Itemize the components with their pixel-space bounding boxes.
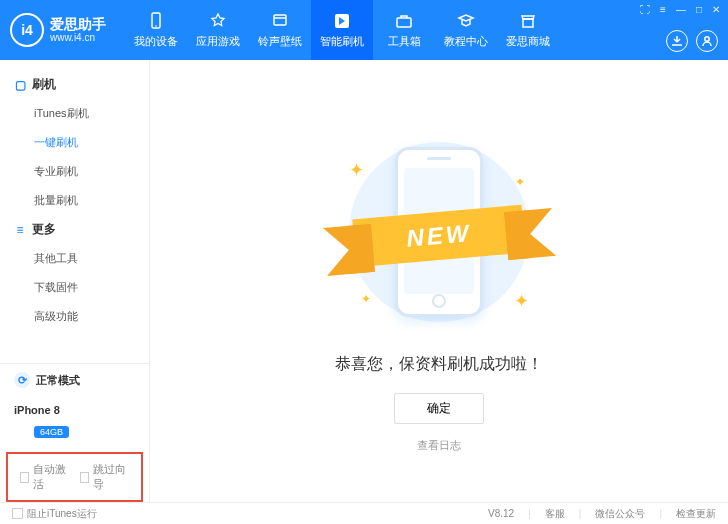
tab-device[interactable]: 我的设备 — [125, 0, 187, 60]
sync-icon: ⟳ — [14, 372, 30, 388]
star-icon: ✦ — [514, 290, 529, 312]
header-actions — [666, 30, 718, 52]
sidebar-item[interactable]: iTunes刷机 — [0, 99, 149, 128]
device-name: iPhone 8 — [14, 404, 60, 416]
sidebar-item[interactable]: 批量刷机 — [0, 186, 149, 215]
checkbox-label: 阻止iTunes运行 — [27, 507, 97, 521]
version-label: V8.12 — [488, 508, 514, 519]
group-title: 更多 — [32, 221, 56, 238]
device-storage-row: 64GB — [0, 424, 149, 448]
svg-rect-2 — [274, 15, 286, 25]
tab-flash[interactable]: 智能刷机 — [311, 0, 373, 60]
main-content: NEW ✦ ✦ ✦ ✦ 恭喜您，保资料刷机成功啦！ 确定 查看日志 — [150, 60, 728, 502]
sidebar-item[interactable]: 其他工具 — [0, 244, 149, 273]
success-illustration: NEW ✦ ✦ ✦ ✦ — [329, 129, 549, 334]
user-button[interactable] — [696, 30, 718, 52]
tab-label: 爱思商城 — [506, 34, 550, 49]
checkbox-icon — [80, 472, 89, 483]
sidebar: ▢刷机iTunes刷机一键刷机专业刷机批量刷机≡更多其他工具下载固件高级功能 ⟳… — [0, 60, 150, 502]
window-control[interactable]: — — [674, 4, 688, 15]
view-log-link[interactable]: 查看日志 — [417, 438, 461, 453]
checkbox-icon — [20, 472, 29, 483]
sidebar-item[interactable]: 一键刷机 — [0, 128, 149, 157]
checkbox-label: 跳过向导 — [93, 462, 129, 492]
update-link[interactable]: 检查更新 — [676, 507, 716, 521]
mode-label: 正常模式 — [36, 373, 80, 388]
ring-icon — [270, 11, 290, 31]
shop-icon — [518, 11, 538, 31]
sidebar-group-header[interactable]: ≡更多 — [0, 215, 149, 244]
checkbox-label: 自动激活 — [33, 462, 69, 492]
tab-label: 我的设备 — [134, 34, 178, 49]
mode-row[interactable]: ⟳ 正常模式 — [0, 364, 149, 396]
block-itunes-checkbox[interactable]: 阻止iTunes运行 — [12, 507, 97, 521]
star-icon: ✦ — [361, 292, 371, 306]
tab-label: 铃声壁纸 — [258, 34, 302, 49]
success-message: 恭喜您，保资料刷机成功啦！ — [335, 354, 543, 375]
apps-icon — [208, 11, 228, 31]
tab-label: 教程中心 — [444, 34, 488, 49]
footer-right: V8.12 | 客服 | 微信公众号 | 检查更新 — [488, 507, 716, 521]
logo-icon: i4 — [10, 13, 44, 47]
checkbox-icon — [12, 508, 23, 519]
skip-guide-checkbox[interactable]: 跳过向导 — [80, 462, 130, 492]
tab-tutorial[interactable]: 教程中心 — [435, 0, 497, 60]
device-row[interactable]: ▯ iPhone 8 — [0, 396, 149, 424]
svg-rect-5 — [523, 19, 533, 27]
flash-icon: ▢ — [14, 79, 26, 91]
tab-label: 工具箱 — [388, 34, 421, 49]
bottom-options-highlight: 自动激活 跳过向导 — [6, 452, 143, 502]
brand-name: 爱思助手 — [50, 16, 106, 33]
tutorial-icon — [456, 11, 476, 31]
tools-icon — [394, 11, 414, 31]
sidebar-group-header[interactable]: ▢刷机 — [0, 70, 149, 99]
tab-tools[interactable]: 工具箱 — [373, 0, 435, 60]
brand-url: www.i4.cn — [50, 32, 106, 44]
ok-button[interactable]: 确定 — [394, 393, 484, 424]
storage-badge: 64GB — [34, 426, 69, 438]
body: ▢刷机iTunes刷机一键刷机专业刷机批量刷机≡更多其他工具下载固件高级功能 ⟳… — [0, 60, 728, 502]
window-control[interactable]: ✕ — [710, 4, 722, 15]
sidebar-item[interactable]: 下载固件 — [0, 273, 149, 302]
download-button[interactable] — [666, 30, 688, 52]
tab-apps[interactable]: 应用游戏 — [187, 0, 249, 60]
sidebar-item[interactable]: 专业刷机 — [0, 157, 149, 186]
nav-tabs: 我的设备应用游戏铃声壁纸智能刷机工具箱教程中心爱思商城 — [125, 0, 559, 60]
window-control[interactable]: □ — [694, 4, 704, 15]
auto-activate-checkbox[interactable]: 自动激活 — [20, 462, 70, 492]
device-icon — [146, 11, 166, 31]
tab-ring[interactable]: 铃声壁纸 — [249, 0, 311, 60]
tab-shop[interactable]: 爱思商城 — [497, 0, 559, 60]
support-link[interactable]: 客服 — [545, 507, 565, 521]
svg-point-6 — [705, 37, 709, 41]
wechat-link[interactable]: 微信公众号 — [595, 507, 645, 521]
svg-point-1 — [155, 25, 157, 27]
header-bar: i4 爱思助手 www.i4.cn 我的设备应用游戏铃声壁纸智能刷机工具箱教程中… — [0, 0, 728, 60]
footer: 阻止iTunes运行 V8.12 | 客服 | 微信公众号 | 检查更新 — [0, 502, 728, 524]
star-icon: ✦ — [349, 159, 364, 181]
list-icon: ≡ — [14, 224, 26, 236]
window-control[interactable]: ≡ — [658, 4, 668, 15]
star-icon: ✦ — [515, 175, 525, 189]
group-title: 刷机 — [32, 76, 56, 93]
sidebar-bottom: ⟳ 正常模式 ▯ iPhone 8 64GB 自动激活 跳过向导 — [0, 363, 149, 502]
logo: i4 爱思助手 www.i4.cn — [10, 13, 125, 47]
window-control[interactable]: ⛶ — [638, 4, 652, 15]
tab-label: 应用游戏 — [196, 34, 240, 49]
sidebar-nav: ▢刷机iTunes刷机一键刷机专业刷机批量刷机≡更多其他工具下载固件高级功能 — [0, 60, 149, 363]
svg-rect-4 — [397, 18, 411, 27]
tab-label: 智能刷机 — [320, 34, 364, 49]
window-controls: ⛶≡—□✕ — [638, 4, 722, 15]
logo-text: 爱思助手 www.i4.cn — [50, 16, 106, 45]
flash-icon — [332, 11, 352, 31]
sidebar-item[interactable]: 高级功能 — [0, 302, 149, 331]
